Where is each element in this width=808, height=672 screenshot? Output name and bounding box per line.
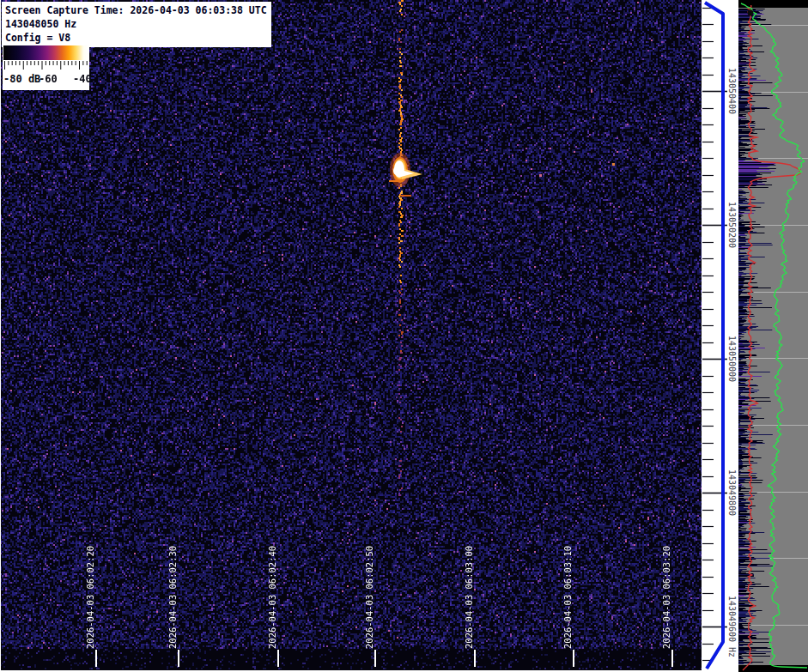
capture-info-box: Screen Capture Time: 2026-04-03 06:03:38… [2,2,271,47]
time-axis-tick [95,650,97,667]
time-axis-tick [671,650,673,667]
time-axis-label: 2026-04-03 06:02:40 [267,546,277,649]
frequency-axis-label: 143050000 [727,336,737,382]
time-axis-tick [573,650,574,667]
colorbar-label-left: -80 dB [3,73,40,85]
time-axis-label: 2026-04-03 06:02:30 [167,546,178,649]
span-marker-bracket [705,3,723,669]
tuned-frequency-text: 143048050 Hz [5,17,267,31]
colorbar-ruler [3,61,88,71]
colorbar-label-mid: -60 [39,73,58,85]
frequency-axis-ticks: 1430504001430502001430500001430498001430… [702,0,738,672]
capture-time-text: Screen Capture Time: 2026-04-03 06:03:38… [5,3,267,17]
frequency-axis-label: 143050400 [727,68,737,114]
time-axis-tick [374,650,376,667]
colorbar-gradient [3,45,88,60]
time-axis-tick [474,650,476,667]
time-axis-tick [178,650,179,667]
config-text: Config = V8 [5,31,267,45]
colorbar-label-right: -40 [73,73,92,85]
amplitude-colorbar: -80 dB -60 -40 [3,45,89,90]
frequency-axis-label: 143049800 [727,469,737,516]
frequency-axis: 1430504001430502001430500001430498001430… [702,0,738,672]
waterfall-spectrogram [0,0,702,672]
frequency-axis-label: 143049600 Hz [727,596,737,657]
frequency-axis-label: 143050200 [727,202,737,248]
time-axis-label: 2026-04-03 06:02:20 [85,546,95,649]
time-axis-label: 2026-04-03 06:03:10 [562,546,573,649]
time-axis-label: 2026-04-03 06:02:50 [364,546,374,649]
time-axis-tick [277,650,279,667]
spectrum-lab-screen-capture: 2026-04-03 06:02:202026-04-03 06:02:3020… [0,0,808,672]
spectrum-graph-panel [738,0,808,672]
time-axis-label: 2026-04-03 06:03:20 [661,546,671,649]
time-axis-label: 2026-04-03 06:03:00 [464,546,474,649]
